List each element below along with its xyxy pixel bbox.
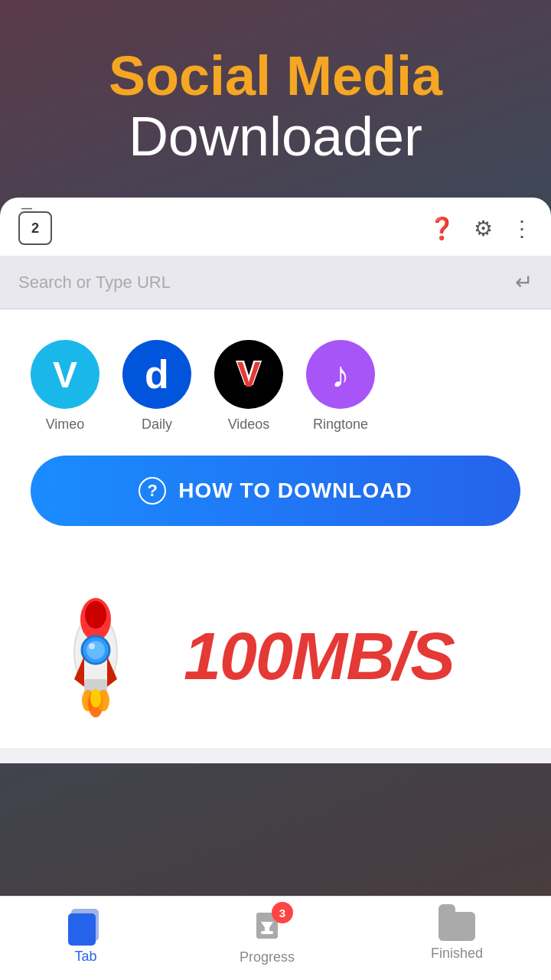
progress-badge: 3 [272,902,293,923]
nav-label-finished: Finished [431,946,483,962]
search-bar[interactable]: Search or Type URL ↵ [0,256,551,309]
social-icon-videos[interactable]: V Videos [214,340,283,433]
svg-rect-17 [261,931,273,934]
rocket-svg [31,587,168,725]
how-to-download-button[interactable]: ? HOW TO DOWNLOAD [31,456,520,526]
social-icon-ringtone[interactable]: ♪ Ringtone [306,340,375,433]
browser-toolbar: 2 ❓ ⚙ ⋮ [0,198,551,256]
social-icons-row: V Vimeo d Daily V Videos ♪ Rin [31,332,520,448]
ringtone-icon-circle: ♪ [306,340,375,409]
finished-folder-icon [439,912,475,941]
nav-label-progress: Progress [240,949,295,965]
vimeo-label: Vimeo [46,416,85,433]
progress-icon-wrap: 3 [250,908,284,945]
videos-label: Videos [228,416,270,433]
social-icon-daily[interactable]: d Daily [122,340,191,433]
header-title-white: Downloader [31,106,520,167]
enter-icon[interactable]: ↵ [515,270,533,295]
svg-point-4 [86,641,105,659]
header: Social Media Downloader [0,0,551,190]
svg-point-12 [90,689,101,707]
help-icon[interactable]: ❓ [429,216,455,241]
tab-icon [68,909,103,944]
rocket-graphic [31,587,168,725]
nav-item-tab[interactable]: Tab [68,909,103,965]
speed-section: 100MB/S [0,557,551,748]
bottom-nav: Tab 3 Progress Finished [0,896,551,980]
svg-point-2 [85,601,106,629]
search-placeholder: Search or Type URL [18,273,171,292]
social-icon-vimeo[interactable]: V Vimeo [31,340,99,433]
ringtone-label: Ringtone [313,416,368,433]
speed-text: 100MB/S [184,617,454,695]
toolbar-icons: ❓ ⚙ ⋮ [429,216,533,241]
main-card: 2 ❓ ⚙ ⋮ Search or Type URL ↵ V Vimeo d [0,198,551,763]
nav-item-finished[interactable]: Finished [431,912,483,962]
how-to-btn-text: HOW TO DOWNLOAD [178,479,412,503]
more-icon[interactable]: ⋮ [511,216,533,241]
nav-label-tab: Tab [74,949,96,965]
videos-icon-circle: V [214,340,283,409]
how-to-icon: ? [139,477,166,505]
daily-icon-circle: d [122,340,191,409]
nav-item-progress[interactable]: 3 Progress [240,908,295,965]
svg-point-5 [89,643,95,649]
settings-icon[interactable]: ⚙ [474,216,493,241]
daily-label: Daily [142,416,172,433]
tab-count-badge[interactable]: 2 [18,211,52,245]
vimeo-icon-circle: V [31,340,99,409]
header-title-orange: Social Media [31,46,520,106]
content-area: V Vimeo d Daily V Videos ♪ Rin [0,309,551,557]
